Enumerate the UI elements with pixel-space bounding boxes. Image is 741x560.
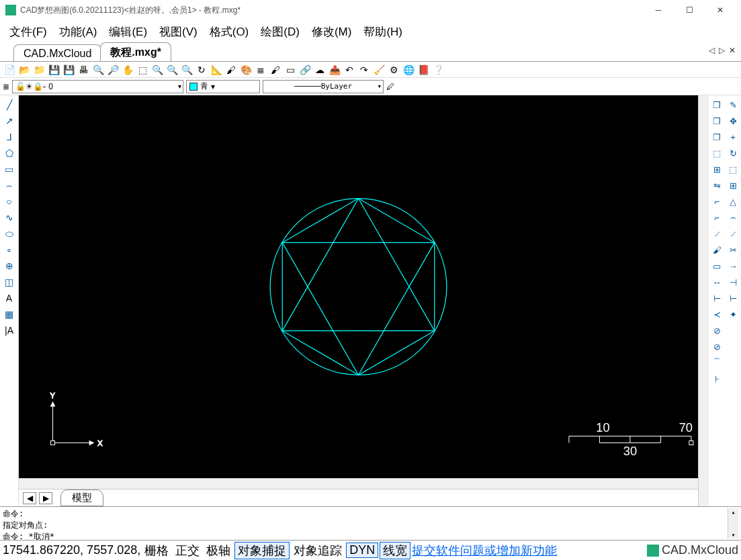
pencil-icon[interactable]: ✎ (726, 98, 740, 111)
otrack-button[interactable]: 对象追踪 (291, 543, 345, 559)
dim-diameter-icon[interactable]: ⊘ (710, 340, 724, 353)
polyline-icon[interactable]: ⅃ (3, 130, 16, 144)
text-icon[interactable]: A (3, 291, 16, 305)
tab-close-icon[interactable]: ✕ (728, 46, 737, 55)
dim-radius-icon[interactable]: ⊘ (710, 324, 724, 337)
minimize-button[interactable]: ─ (643, 0, 674, 20)
color-select[interactable]: 青 ▾ (186, 80, 260, 93)
ellipse-icon[interactable]: ⬭ (3, 227, 16, 240)
polygon-icon[interactable]: ⬠ (3, 146, 16, 160)
tab-next-button[interactable]: ▶ (39, 492, 52, 504)
dim-arc-icon[interactable]: ⌒ (710, 356, 724, 369)
menu-draw[interactable]: 绘图(D) (261, 24, 300, 40)
brush-icon[interactable]: 🖌 (224, 63, 238, 77)
close-button[interactable]: ✕ (705, 0, 736, 20)
lineweight-button[interactable]: 线宽 (380, 542, 410, 559)
mirror-icon[interactable]: ⇋ (710, 179, 724, 192)
menu-format[interactable]: 格式(O) (210, 24, 249, 40)
layer-select[interactable]: 🔓☀🔒▫ 0 ▾ (12, 80, 183, 93)
extend-icon[interactable]: → (726, 259, 740, 273)
maximize-button[interactable]: ☐ (674, 0, 705, 20)
saveas-icon[interactable]: 💾 (62, 63, 75, 77)
new-icon[interactable]: 📄 (3, 63, 16, 77)
break-icon[interactable]: ⊣ (726, 275, 740, 289)
layers-icon[interactable]: ≣ (254, 63, 267, 77)
undo-icon[interactable]: ↶ (343, 63, 356, 77)
lineweight-icon[interactable]: 🖊 (386, 82, 394, 91)
dim-align-icon[interactable]: ⊦ (710, 372, 724, 385)
block-icon[interactable]: ◫ (3, 275, 16, 289)
world-icon[interactable]: 🌐 (402, 63, 415, 77)
zoom-in-icon[interactable]: 🔍 (91, 63, 105, 77)
pan-icon[interactable]: ✋ (121, 63, 134, 77)
erase-icon[interactable]: 🧹 (372, 63, 386, 77)
paste-icon[interactable]: ❐ (710, 114, 724, 128)
menu-function[interactable]: 功能(A) (59, 24, 97, 40)
connect-icon[interactable]: 🔗 (298, 63, 312, 77)
export-icon[interactable]: 📤 (328, 63, 341, 77)
help-icon[interactable]: ❔ (431, 63, 445, 77)
horizontal-scrollbar[interactable] (19, 478, 698, 489)
block-icon[interactable]: ▭ (284, 63, 297, 77)
copy-icon[interactable]: ❐ (710, 98, 724, 111)
circle-icon[interactable]: ○ (3, 195, 16, 208)
zoom-extents-icon[interactable]: 🔍 (150, 63, 164, 77)
explode-icon[interactable]: ✦ (726, 308, 740, 321)
recent-icon[interactable]: 📁 (32, 63, 46, 77)
add-icon[interactable]: + (726, 130, 740, 144)
menu-file[interactable]: 文件(F) (9, 24, 47, 40)
zoom-out-icon[interactable]: 🔎 (106, 63, 120, 77)
tab-next-icon[interactable]: ▷ (717, 46, 726, 55)
polar-button[interactable]: 极轴 (204, 543, 233, 559)
mtext-icon[interactable]: |A (3, 324, 16, 337)
move-icon[interactable]: ✥ (726, 114, 740, 128)
refresh-icon[interactable]: ↻ (195, 63, 208, 77)
zoom-prev-icon[interactable]: 🔍 (165, 63, 179, 77)
tab-prev-icon[interactable]: ◁ (707, 46, 716, 55)
linetype-select[interactable]: ────── ByLayer ▾ (263, 80, 384, 93)
rectangle-icon[interactable]: ▭ (3, 162, 16, 176)
snap-grid-button[interactable]: 栅格 (142, 543, 171, 559)
cloud-icon[interactable]: ☁ (313, 63, 326, 77)
trim-icon[interactable]: ✂ (726, 243, 740, 256)
dyn-button[interactable]: DYN (346, 543, 378, 558)
osnap-button[interactable]: 对象捕捉 (234, 542, 290, 559)
dim-angular-icon[interactable]: ≺ (710, 308, 724, 321)
extend-l-icon[interactable]: ⟋ (710, 227, 724, 240)
brush2-icon[interactable]: 🖌 (710, 243, 724, 256)
menu-view[interactable]: 视图(V) (159, 24, 198, 40)
settings-icon[interactable]: ⚙ (387, 63, 400, 77)
join-icon[interactable]: ⊢ (726, 291, 740, 305)
ortho-button[interactable]: 正交 (173, 543, 202, 559)
fillet-icon[interactable]: ⌢ (726, 211, 740, 224)
open-icon[interactable]: 📂 (17, 63, 31, 77)
point-icon[interactable]: ∘ (3, 243, 16, 256)
tab-mxcloud[interactable]: CAD.MxCloud (13, 44, 101, 61)
menu-modify[interactable]: 修改(M) (312, 24, 351, 40)
select-icon[interactable]: ⬚ (710, 146, 724, 160)
drawing-canvas[interactable]: X Y 10 70 30 (19, 95, 698, 478)
pdf-icon[interactable]: 📕 (417, 63, 430, 77)
xline-icon[interactable]: ↗ (3, 114, 16, 128)
menu-help[interactable]: 帮助(H) (363, 24, 402, 40)
trim-l-icon[interactable]: ⌐ (710, 211, 724, 224)
command-line[interactable]: 命令: 指定对角点: 命令: *取消* 命令: ▴▾ (0, 506, 741, 540)
redo-icon[interactable]: ↷ (357, 63, 371, 77)
mirror2-icon[interactable]: △ (726, 195, 740, 208)
grid-icon[interactable]: ⊞ (726, 179, 740, 192)
model-tab[interactable]: 模型 (60, 489, 103, 506)
vertical-scrollbar[interactable] (698, 95, 709, 506)
select2-icon[interactable]: ⬚ (726, 162, 740, 176)
tab-tutorial[interactable]: 教程.mxg* (100, 42, 171, 61)
color-icon[interactable]: 🎨 (239, 63, 253, 77)
stretch-l-icon[interactable]: ↔ (710, 275, 724, 289)
spline-icon[interactable]: ∿ (3, 211, 16, 224)
save-icon[interactable]: 💾 (47, 63, 60, 77)
zoom-window-icon[interactable]: ⬚ (136, 63, 149, 77)
array-icon[interactable]: ⊞ (710, 162, 724, 176)
hatch-icon[interactable]: ▦ (3, 308, 16, 321)
zoom-all-icon[interactable]: 🔍 (180, 63, 193, 77)
rotate-icon[interactable]: ↻ (726, 146, 740, 160)
paint-icon[interactable]: 🖌 (269, 63, 282, 77)
scale-icon[interactable]: ▭ (710, 259, 724, 273)
